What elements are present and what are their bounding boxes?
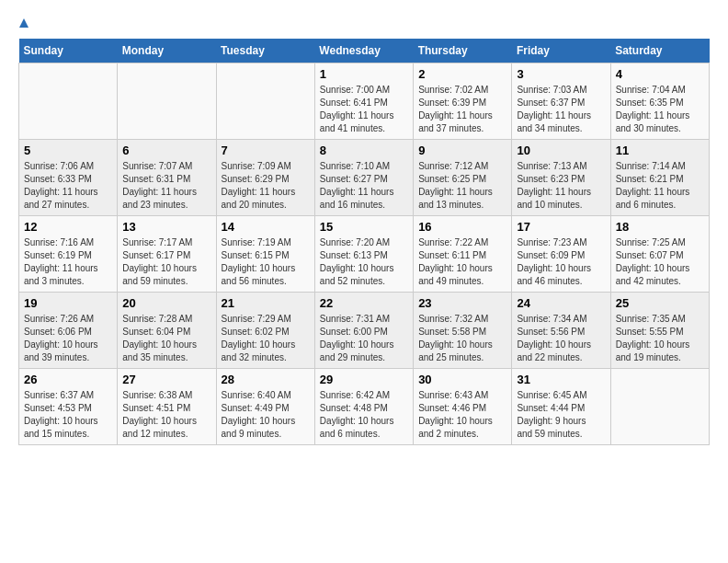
day-info: Sunrise: 6:38 AMSunset: 4:51 PMDaylight:… xyxy=(122,389,210,441)
day-info: Sunrise: 7:23 AMSunset: 6:09 PMDaylight:… xyxy=(517,236,605,288)
calendar-cell: 31Sunrise: 6:45 AMSunset: 4:44 PMDayligh… xyxy=(512,369,610,445)
day-info: Sunrise: 6:45 AMSunset: 4:44 PMDaylight:… xyxy=(517,389,605,441)
day-number: 31 xyxy=(517,373,605,386)
page-header xyxy=(18,18,710,24)
day-info: Sunrise: 7:12 AMSunset: 6:25 PMDaylight:… xyxy=(418,160,506,212)
day-number: 29 xyxy=(320,373,408,386)
day-number: 30 xyxy=(418,373,506,386)
day-number: 2 xyxy=(418,67,506,81)
day-number: 18 xyxy=(616,220,704,234)
calendar-cell: 18Sunrise: 7:25 AMSunset: 6:07 PMDayligh… xyxy=(610,216,709,293)
day-info: Sunrise: 6:40 AMSunset: 4:49 PMDaylight:… xyxy=(222,389,310,441)
day-number: 19 xyxy=(24,296,112,310)
day-info: Sunrise: 7:02 AMSunset: 6:39 PMDaylight:… xyxy=(418,84,506,135)
day-info: Sunrise: 6:43 AMSunset: 4:46 PMDaylight:… xyxy=(418,389,506,441)
day-info: Sunrise: 7:32 AMSunset: 5:58 PMDaylight:… xyxy=(418,313,506,364)
day-number: 6 xyxy=(122,144,210,157)
day-info: Sunrise: 6:42 AMSunset: 4:48 PMDaylight:… xyxy=(320,389,408,441)
calendar-cell: 23Sunrise: 7:32 AMSunset: 5:58 PMDayligh… xyxy=(414,293,512,369)
calendar-cell: 3Sunrise: 7:03 AMSunset: 6:37 PMDaylight… xyxy=(512,63,610,140)
day-info: Sunrise: 7:09 AMSunset: 6:29 PMDaylight:… xyxy=(222,160,310,212)
day-info: Sunrise: 7:16 AMSunset: 6:19 PMDaylight:… xyxy=(24,236,112,288)
calendar-cell: 22Sunrise: 7:31 AMSunset: 6:00 PMDayligh… xyxy=(314,293,413,369)
day-number: 16 xyxy=(418,220,506,234)
day-info: Sunrise: 7:04 AMSunset: 6:35 PMDaylight:… xyxy=(616,84,704,135)
calendar-cell: 15Sunrise: 7:20 AMSunset: 6:13 PMDayligh… xyxy=(314,216,413,293)
calendar-cell: 16Sunrise: 7:22 AMSunset: 6:11 PMDayligh… xyxy=(414,216,512,293)
calendar-cell: 13Sunrise: 7:17 AMSunset: 6:17 PMDayligh… xyxy=(118,216,216,293)
calendar-cell xyxy=(610,369,709,445)
calendar-cell: 20Sunrise: 7:28 AMSunset: 6:04 PMDayligh… xyxy=(118,293,216,369)
day-info: Sunrise: 7:35 AMSunset: 5:55 PMDaylight:… xyxy=(616,313,704,364)
day-info: Sunrise: 6:37 AMSunset: 4:53 PMDaylight:… xyxy=(24,389,112,441)
day-info: Sunrise: 7:34 AMSunset: 5:56 PMDaylight:… xyxy=(517,313,605,364)
day-number: 21 xyxy=(222,296,310,310)
calendar-cell: 17Sunrise: 7:23 AMSunset: 6:09 PMDayligh… xyxy=(512,216,610,293)
day-number: 1 xyxy=(320,67,408,81)
calendar-cell: 8Sunrise: 7:10 AMSunset: 6:27 PMDaylight… xyxy=(314,140,413,216)
calendar-cell: 12Sunrise: 7:16 AMSunset: 6:19 PMDayligh… xyxy=(19,216,118,293)
calendar-cell xyxy=(118,63,216,140)
day-number: 14 xyxy=(222,220,310,234)
day-number: 13 xyxy=(122,220,210,234)
calendar-cell: 30Sunrise: 6:43 AMSunset: 4:46 PMDayligh… xyxy=(414,369,512,445)
calendar-cell xyxy=(216,63,314,140)
logo-triangle-icon xyxy=(19,18,28,28)
day-info: Sunrise: 7:06 AMSunset: 6:33 PMDaylight:… xyxy=(24,160,112,212)
day-number: 11 xyxy=(616,144,704,157)
calendar-cell: 24Sunrise: 7:34 AMSunset: 5:56 PMDayligh… xyxy=(512,293,610,369)
day-number: 7 xyxy=(222,144,310,157)
day-info: Sunrise: 7:00 AMSunset: 6:41 PMDaylight:… xyxy=(320,84,408,135)
day-number: 24 xyxy=(517,296,605,310)
calendar-cell: 25Sunrise: 7:35 AMSunset: 5:55 PMDayligh… xyxy=(610,293,709,369)
day-info: Sunrise: 7:29 AMSunset: 6:02 PMDaylight:… xyxy=(222,313,310,364)
weekday-header-friday: Friday xyxy=(512,39,610,63)
weekday-header-sunday: Sunday xyxy=(19,39,118,63)
day-number: 15 xyxy=(320,220,408,234)
day-info: Sunrise: 7:07 AMSunset: 6:31 PMDaylight:… xyxy=(122,160,210,212)
calendar-cell: 26Sunrise: 6:37 AMSunset: 4:53 PMDayligh… xyxy=(19,369,118,445)
day-info: Sunrise: 7:13 AMSunset: 6:23 PMDaylight:… xyxy=(517,160,605,212)
day-info: Sunrise: 7:25 AMSunset: 6:07 PMDaylight:… xyxy=(616,236,704,288)
day-info: Sunrise: 7:10 AMSunset: 6:27 PMDaylight:… xyxy=(320,160,408,212)
calendar-cell: 21Sunrise: 7:29 AMSunset: 6:02 PMDayligh… xyxy=(216,293,314,369)
weekday-header-wednesday: Wednesday xyxy=(314,39,413,63)
calendar-cell: 2Sunrise: 7:02 AMSunset: 6:39 PMDaylight… xyxy=(414,63,512,140)
weekday-header-saturday: Saturday xyxy=(610,39,709,63)
day-number: 20 xyxy=(122,296,210,310)
calendar-cell: 29Sunrise: 6:42 AMSunset: 4:48 PMDayligh… xyxy=(314,369,413,445)
calendar-cell: 10Sunrise: 7:13 AMSunset: 6:23 PMDayligh… xyxy=(512,140,610,216)
weekday-header-thursday: Thursday xyxy=(414,39,512,63)
calendar-cell: 1Sunrise: 7:00 AMSunset: 6:41 PMDaylight… xyxy=(314,63,413,140)
calendar-cell: 7Sunrise: 7:09 AMSunset: 6:29 PMDaylight… xyxy=(216,140,314,216)
day-info: Sunrise: 7:19 AMSunset: 6:15 PMDaylight:… xyxy=(222,236,310,288)
day-info: Sunrise: 7:26 AMSunset: 6:06 PMDaylight:… xyxy=(24,313,112,364)
calendar-cell: 27Sunrise: 6:38 AMSunset: 4:51 PMDayligh… xyxy=(118,369,216,445)
day-number: 3 xyxy=(517,67,605,81)
day-number: 22 xyxy=(320,296,408,310)
day-info: Sunrise: 7:17 AMSunset: 6:17 PMDaylight:… xyxy=(122,236,210,288)
calendar-cell: 19Sunrise: 7:26 AMSunset: 6:06 PMDayligh… xyxy=(19,293,118,369)
day-number: 17 xyxy=(517,220,605,234)
day-info: Sunrise: 7:03 AMSunset: 6:37 PMDaylight:… xyxy=(517,84,605,135)
day-number: 23 xyxy=(418,296,506,310)
day-number: 27 xyxy=(122,373,210,386)
calendar-cell: 4Sunrise: 7:04 AMSunset: 6:35 PMDaylight… xyxy=(610,63,709,140)
day-number: 26 xyxy=(24,373,112,386)
calendar-cell: 9Sunrise: 7:12 AMSunset: 6:25 PMDaylight… xyxy=(414,140,512,216)
calendar-cell: 14Sunrise: 7:19 AMSunset: 6:15 PMDayligh… xyxy=(216,216,314,293)
day-number: 9 xyxy=(418,144,506,157)
day-number: 25 xyxy=(616,296,704,310)
day-info: Sunrise: 7:28 AMSunset: 6:04 PMDaylight:… xyxy=(122,313,210,364)
calendar-cell: 6Sunrise: 7:07 AMSunset: 6:31 PMDaylight… xyxy=(118,140,216,216)
day-number: 8 xyxy=(320,144,408,157)
calendar-table: SundayMondayTuesdayWednesdayThursdayFrid… xyxy=(18,39,710,445)
day-number: 12 xyxy=(24,220,112,234)
weekday-header-monday: Monday xyxy=(118,39,216,63)
day-info: Sunrise: 7:14 AMSunset: 6:21 PMDaylight:… xyxy=(616,160,704,212)
calendar-cell: 28Sunrise: 6:40 AMSunset: 4:49 PMDayligh… xyxy=(216,369,314,445)
day-info: Sunrise: 7:20 AMSunset: 6:13 PMDaylight:… xyxy=(320,236,408,288)
calendar-cell: 11Sunrise: 7:14 AMSunset: 6:21 PMDayligh… xyxy=(610,140,709,216)
day-info: Sunrise: 7:22 AMSunset: 6:11 PMDaylight:… xyxy=(418,236,506,288)
day-number: 4 xyxy=(616,67,704,81)
